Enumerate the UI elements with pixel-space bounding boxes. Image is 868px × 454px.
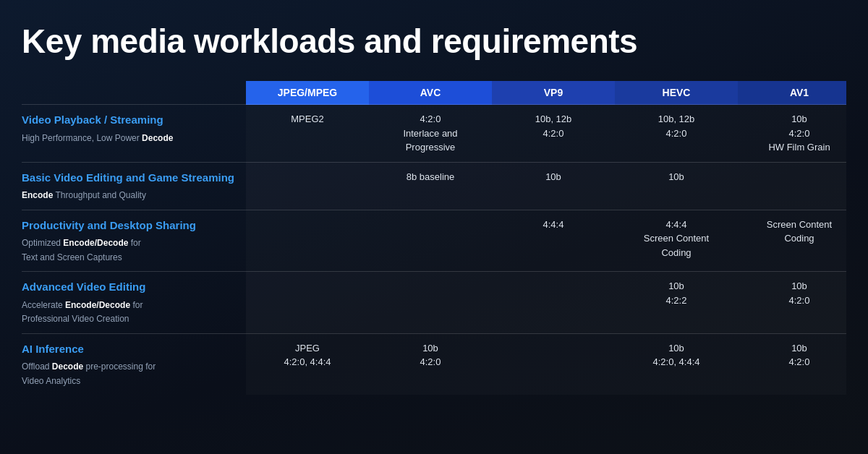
header-hevc: HEVC (615, 81, 738, 105)
row-advanced-video-editing-hevc: 10b4:2:2 (615, 272, 738, 334)
table-row: AI InferenceOffload Decode pre-processin… (22, 333, 846, 395)
row-basic-video-editing-jpeg (246, 162, 369, 210)
table-wrapper: JPEG/MPEG AVC VP9 HEVC AV1 Video Playbac… (22, 81, 846, 440)
row-productivity-av1: Screen ContentCoding (738, 210, 846, 272)
row-ai-inference-jpeg: JPEG4:2:0, 4:4:4 (246, 333, 369, 395)
row-label-cell: Basic Video Editing and Game StreamingEn… (22, 162, 246, 210)
row-video-playback-hevc: 10b, 12b4:2:0 (615, 105, 738, 163)
row-advanced-video-editing-vp9 (492, 272, 615, 334)
row-label-cell: Video Playback / StreamingHigh Performan… (22, 105, 246, 163)
row-productivity-hevc: 4:4:4Screen ContentCoding (615, 210, 738, 272)
header-av1: AV1 (738, 81, 846, 105)
row-subtitle: High Performance, Low Power Decode (22, 133, 173, 143)
row-advanced-video-editing-av1: 10b4:2:0 (738, 272, 846, 334)
row-title: AI Inference (22, 341, 237, 358)
row-basic-video-editing-av1 (738, 162, 846, 210)
row-subtitle: Encode Throughput and Quality (22, 190, 146, 200)
row-label-cell: Advanced Video EditingAccelerate Encode/… (22, 272, 246, 334)
workloads-table: JPEG/MPEG AVC VP9 HEVC AV1 Video Playbac… (22, 81, 846, 395)
header-empty (22, 81, 246, 105)
row-video-playback-jpeg: MPEG2 (246, 105, 369, 163)
row-label-cell: AI InferenceOffload Decode pre-processin… (22, 333, 246, 395)
row-ai-inference-av1: 10b4:2:0 (738, 333, 846, 395)
header-vp9: VP9 (492, 81, 615, 105)
row-subtitle: Optimized Encode/Decode forText and Scre… (22, 238, 141, 262)
table-row: Basic Video Editing and Game StreamingEn… (22, 162, 846, 210)
row-basic-video-editing-avc: 8b baseline (369, 162, 492, 210)
table-header: JPEG/MPEG AVC VP9 HEVC AV1 (22, 81, 846, 105)
row-title: Productivity and Desktop Sharing (22, 218, 237, 234)
page-title: Key media workloads and requirements (22, 22, 846, 61)
row-subtitle: Accelerate Encode/Decode forProfessional… (22, 300, 142, 325)
row-subtitle: Offload Decode pre-processing forVideo A… (22, 361, 156, 386)
row-video-playback-avc: 4:2:0Interlace and Progressive (369, 105, 492, 163)
main-container: Key media workloads and requirements JPE… (0, 0, 868, 454)
table-row: Advanced Video EditingAccelerate Encode/… (22, 272, 846, 334)
row-title: Video Playback / Streaming (22, 112, 237, 129)
table-body: Video Playback / StreamingHigh Performan… (22, 105, 846, 395)
row-advanced-video-editing-avc (369, 272, 492, 334)
row-advanced-video-editing-jpeg (246, 272, 369, 334)
row-title: Basic Video Editing and Game Streaming (22, 170, 237, 187)
header-jpeg: JPEG/MPEG (246, 81, 369, 105)
row-video-playback-av1: 10b4:2:0HW Film Grain (738, 105, 846, 163)
row-ai-inference-hevc: 10b4:2:0, 4:4:4 (615, 333, 738, 395)
row-productivity-vp9: 4:4:4 (492, 210, 615, 272)
row-basic-video-editing-hevc: 10b (615, 162, 738, 210)
row-productivity-jpeg (246, 210, 369, 272)
table-row: Productivity and Desktop SharingOptimize… (22, 210, 846, 272)
row-productivity-avc (369, 210, 492, 272)
row-ai-inference-avc: 10b4:2:0 (369, 333, 492, 395)
row-label-cell: Productivity and Desktop SharingOptimize… (22, 210, 246, 272)
row-ai-inference-vp9 (492, 333, 615, 395)
table-row: Video Playback / StreamingHigh Performan… (22, 105, 846, 163)
row-basic-video-editing-vp9: 10b (492, 162, 615, 210)
header-avc: AVC (369, 81, 492, 105)
row-video-playback-vp9: 10b, 12b4:2:0 (492, 105, 615, 163)
row-title: Advanced Video Editing (22, 279, 237, 296)
